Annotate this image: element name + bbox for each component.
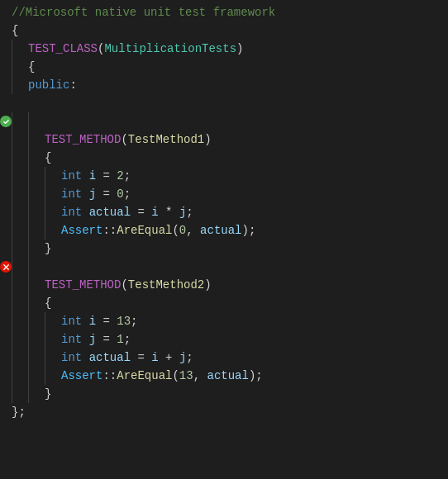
line-tokens: int actual = i + j;	[61, 349, 193, 367]
code-line: public:	[0, 76, 448, 94]
line-tokens: public:	[28, 76, 77, 94]
code-line: int actual = i + j;	[0, 349, 448, 367]
line-tokens: int j = 1;	[61, 330, 131, 349]
test-fail-indicator	[0, 261, 12, 273]
line-tokens: };	[12, 403, 26, 421]
code-line: };	[0, 403, 448, 421]
code-line: TEST_CLASS(MultiplicationTests)	[0, 40, 448, 58]
code-line: Assert::AreEqual(0, actual);	[0, 221, 448, 240]
line-tokens: Assert::AreEqual(0, actual);	[61, 221, 255, 240]
code-line: //Microsoft native unit test framework	[0, 3, 448, 21]
line-tokens: {	[28, 58, 35, 76]
line-tokens: //Microsoft native unit test framework	[12, 3, 275, 21]
line-tokens: {	[45, 149, 51, 167]
line-tokens: }	[45, 240, 51, 258]
code-line: int i = 2;	[0, 167, 448, 185]
line-tokens: int j = 0;	[61, 185, 131, 203]
line-tokens: int i = 2;	[61, 167, 131, 185]
code-line: }	[0, 240, 448, 258]
code-line: }	[0, 385, 448, 403]
line-tokens: TEST_CLASS(MultiplicationTests)	[28, 40, 243, 58]
line-tokens: TEST_METHOD(TestMethod2)	[45, 276, 212, 294]
code-line: int j = 0;	[0, 185, 448, 203]
line-tokens: }	[45, 385, 51, 403]
line-tokens: int i = 13;	[61, 312, 137, 330]
code-content: //Microsoft native unit test framework{T…	[0, 0, 448, 479]
code-line: int actual = i * j;	[0, 203, 448, 221]
code-line: int i = 13;	[0, 312, 448, 330]
line-tokens: Assert::AreEqual(13, actual);	[61, 367, 263, 385]
code-line	[0, 258, 448, 276]
code-line: int j = 1;	[0, 330, 448, 349]
code-line: {	[0, 149, 448, 167]
line-tokens: TEST_METHOD(TestMethod1)	[45, 130, 212, 149]
code-line: TEST_METHOD(TestMethod2)	[0, 276, 448, 294]
code-line	[0, 112, 448, 130]
code-line: TEST_METHOD(TestMethod1)	[0, 130, 448, 149]
code-line	[0, 94, 448, 112]
code-line: Assert::AreEqual(13, actual);	[0, 367, 448, 385]
line-tokens: int actual = i * j;	[61, 203, 193, 221]
code-line: {	[0, 294, 448, 312]
code-editor: //Microsoft native unit test framework{T…	[0, 0, 448, 479]
line-tokens: {	[45, 294, 51, 312]
line-tokens: {	[12, 21, 18, 40]
code-line: {	[0, 58, 448, 76]
code-line: {	[0, 21, 448, 40]
test-pass-indicator	[0, 116, 12, 127]
